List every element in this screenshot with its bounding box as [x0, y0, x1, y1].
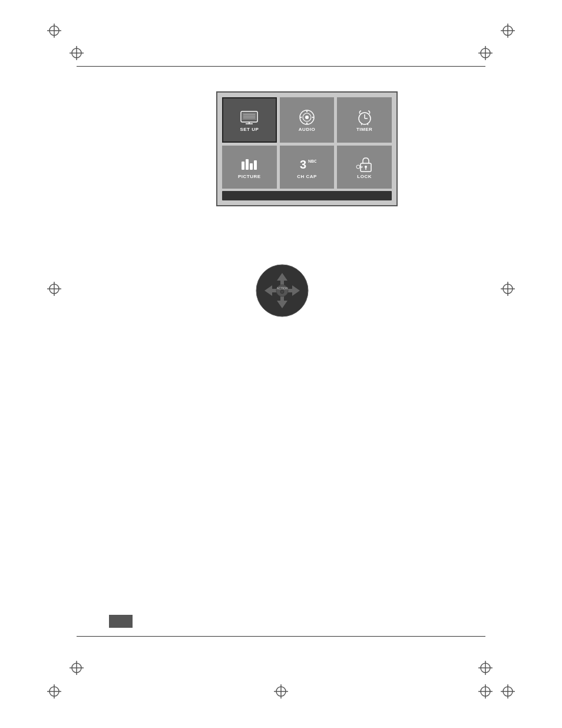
menu-item-lock[interactable]: LOCK	[337, 146, 392, 189]
audio-icon	[296, 109, 318, 126]
svg-point-22	[306, 111, 308, 112]
chcap-label: CH CAP	[297, 174, 317, 179]
picture-icon	[239, 156, 260, 173]
menu-item-setup[interactable]: SET UP	[222, 97, 277, 143]
audio-label: AUDIO	[299, 127, 315, 132]
setup-label: SET UP	[240, 127, 259, 132]
chcap-icon: 3 NBC	[296, 156, 318, 173]
menu-box: SET UP AUDIO	[216, 91, 398, 206]
lock-label: LOCK	[357, 174, 372, 179]
svg-point-21	[305, 116, 309, 119]
svg-rect-34	[254, 160, 257, 170]
svg-point-38	[365, 166, 367, 168]
reg-mark-top-right-inner	[478, 46, 492, 60]
svg-point-52	[280, 290, 284, 294]
svg-text:3: 3	[300, 158, 306, 171]
svg-point-24	[300, 117, 302, 118]
svg-text:NBC: NBC	[308, 159, 316, 163]
svg-rect-33	[250, 163, 253, 170]
reg-mark-mid-right	[501, 282, 515, 296]
menu-item-audio[interactable]: AUDIO	[280, 97, 335, 143]
menu-grid: SET UP AUDIO	[222, 97, 392, 189]
menu-item-timer[interactable]: TIMER	[337, 97, 392, 143]
reg-mark-bottom-right-outer-b	[501, 684, 515, 699]
timer-label: TIMER	[356, 127, 372, 132]
svg-point-25	[312, 117, 313, 118]
svg-text:ACTION: ACTION	[276, 286, 288, 290]
bottom-rule	[77, 636, 485, 637]
top-rule	[77, 66, 485, 67]
svg-line-30	[367, 124, 368, 125]
action-pad[interactable]: ACTION	[256, 264, 309, 317]
setup-icon	[239, 109, 260, 126]
svg-line-29	[361, 124, 362, 125]
reg-mark-bottom-center	[274, 684, 288, 699]
bottom-color-rect	[109, 615, 133, 628]
reg-mark-top-left-outer	[47, 24, 61, 38]
reg-mark-bottom-left-outer	[47, 684, 61, 699]
lock-icon	[354, 156, 375, 173]
menu-bottom-bar	[222, 191, 392, 200]
svg-rect-31	[242, 162, 244, 170]
picture-label: PICTURE	[238, 174, 261, 179]
timer-icon	[354, 109, 375, 126]
reg-mark-bottom-right-outer-a	[478, 684, 492, 699]
menu-item-picture[interactable]: PICTURE	[222, 146, 277, 189]
menu-item-chcap[interactable]: 3 NBC CH CAP	[280, 146, 335, 189]
reg-mark-bottom-left-inner	[70, 661, 84, 675]
svg-point-23	[306, 123, 308, 124]
svg-point-40	[356, 165, 360, 169]
svg-rect-32	[246, 159, 249, 170]
reg-mark-bottom-right-inner	[478, 661, 492, 675]
reg-mark-mid-left	[47, 282, 61, 296]
reg-mark-top-left-inner	[70, 46, 84, 60]
reg-mark-top-right-outer	[501, 24, 515, 38]
